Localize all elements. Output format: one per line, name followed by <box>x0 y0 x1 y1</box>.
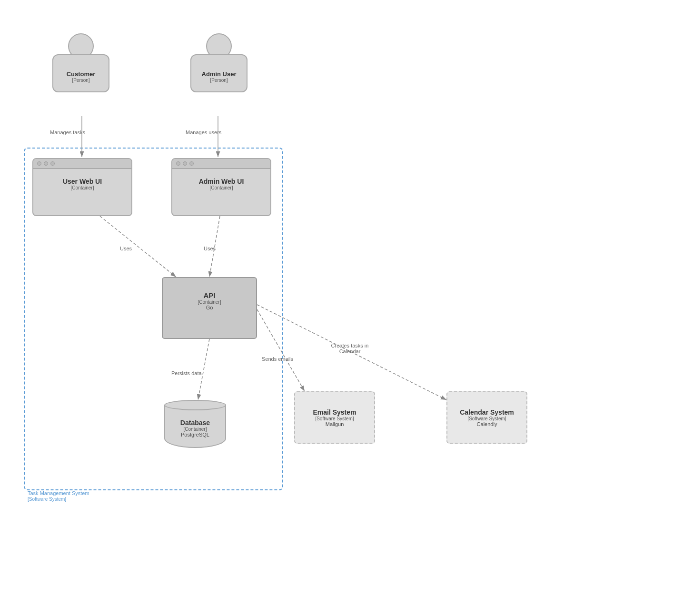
admin-body: Admin User [Person] <box>190 54 248 92</box>
email-system-name: Email System <box>313 408 356 416</box>
admin-web-ui-box: Admin Web UI [Container] <box>171 158 271 216</box>
calendar-system-box: Calendar System [Software System] Calend… <box>446 391 527 444</box>
api-box: API [Container] Go <box>162 277 257 339</box>
admin-name: Admin User <box>202 70 237 78</box>
customer-body: Customer [Person] <box>52 54 109 92</box>
calendar-system-name: Calendar System <box>460 408 514 416</box>
admin-web-ui-name: Admin Web UI <box>199 178 244 185</box>
api-content: API [Container] Go <box>163 278 256 324</box>
admin-type: [Person] <box>210 78 228 83</box>
email-system-box: Email System [Software System] Mailgun <box>294 391 375 444</box>
email-system-tech: Mailgun <box>326 421 344 427</box>
label-uses-2: Uses <box>204 246 216 251</box>
db-top <box>164 400 226 410</box>
customer-name: Customer <box>67 70 96 78</box>
dot5 <box>183 161 187 166</box>
admin-web-ui-titlebar <box>172 159 270 169</box>
label-sends-emails: Sends emails <box>262 356 293 362</box>
dot4 <box>176 161 180 166</box>
calendar-system-type: [Software System] <box>467 416 506 421</box>
dot6 <box>189 161 194 166</box>
db-type: [Container] <box>184 427 207 432</box>
diagram-canvas: Task Management System [Software System]… <box>0 0 693 616</box>
label-creates-tasks: Creates tasks in Calendar <box>328 343 371 354</box>
db-name: Database <box>180 419 210 427</box>
label-manages-tasks: Manages tasks <box>50 129 85 135</box>
dot1 <box>37 161 41 166</box>
user-web-ui-titlebar <box>33 159 131 169</box>
calendar-system-tech: Calendly <box>477 421 497 427</box>
customer-type: [Person] <box>72 78 89 83</box>
dot3 <box>50 161 55 166</box>
api-name: API <box>203 291 215 299</box>
user-web-ui-content: User Web UI [Container] <box>33 169 131 199</box>
api-type: [Container] <box>198 299 221 305</box>
db-body: Database [Container] PostgreSQL <box>164 405 226 448</box>
admin-web-ui-content: Admin Web UI [Container] <box>172 169 270 199</box>
user-web-ui-name: User Web UI <box>63 178 102 185</box>
label-manages-users: Manages users <box>186 129 221 135</box>
dot2 <box>44 161 48 166</box>
label-uses-1: Uses <box>120 246 132 251</box>
user-web-ui-box: User Web UI [Container] <box>32 158 132 216</box>
api-tech: Go <box>206 305 213 310</box>
admin-person: Admin User [Person] <box>190 33 248 92</box>
label-persists-data: Persists data <box>171 370 202 376</box>
user-web-ui-type: [Container] <box>71 185 94 190</box>
db-tech: PostgreSQL <box>181 432 209 437</box>
email-system-type: [Software System] <box>315 416 354 421</box>
admin-web-ui-type: [Container] <box>210 185 233 190</box>
customer-person: Customer [Person] <box>52 33 109 92</box>
boundary-label: Task Management System [Software System] <box>28 490 89 502</box>
database-shape: Database [Container] PostgreSQL <box>164 400 226 448</box>
